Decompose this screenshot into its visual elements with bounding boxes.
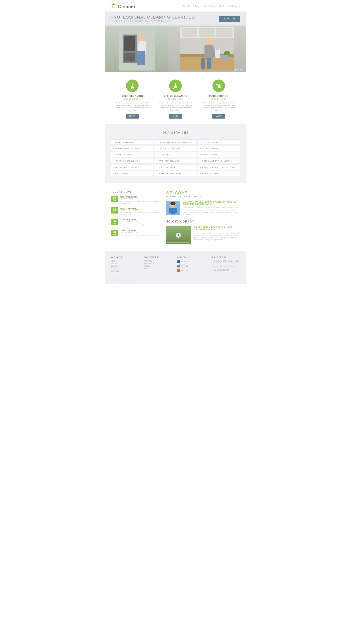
service-food-processing[interactable]: › FOOD PROCESSING PLANT CLEANING xyxy=(154,140,197,145)
service-label: FOOD PROCESSING PLANT CLEANING xyxy=(159,141,192,143)
video-thumbnail[interactable] xyxy=(166,226,191,244)
maid-service-more-button[interactable]: MORE xyxy=(212,114,225,118)
hero-image-right xyxy=(168,26,246,72)
service-rug[interactable]: › RUG CLEANING xyxy=(111,171,153,176)
footer-brand: Cleaner xyxy=(111,279,116,281)
play-button[interactable] xyxy=(176,232,181,238)
footer-nav-contacts[interactable]: CONTACTS xyxy=(111,270,140,272)
footer-news[interactable]: NEWS xyxy=(144,268,174,270)
news-date-1: 23 MAR xyxy=(111,196,118,202)
footer-typography[interactable]: TYPOGRAPHY xyxy=(144,263,174,264)
nav-services[interactable]: SERVICES xyxy=(204,5,215,7)
how-it-works: HOW IT WORKS? DIA SED INENIA INGERT LOT … xyxy=(166,220,240,244)
service-end-of-tenancy[interactable]: › END OF TENANCY CLEANING xyxy=(111,146,153,151)
service-label: LABORATORY CLEANING xyxy=(159,148,180,149)
service-retail[interactable]: › RETAIL CLEANING xyxy=(198,146,240,151)
twitter-icon: t xyxy=(177,264,180,268)
hero-text: PROFESSIONAL CLEANING SERVICES LOREM IPS… xyxy=(111,15,195,22)
how-it-works-title: HOW IT WORKS? xyxy=(166,220,240,223)
how-body-text: Lorem enim ipsum vitupilletm eu cu amet … xyxy=(193,232,240,241)
service-after-builders[interactable]: › AFTER BUILDERS CLEANING xyxy=(111,158,153,164)
service-public-sector[interactable]: › PUBLIC SECTOR CLEANING xyxy=(154,171,197,176)
service-domestic-cleaning[interactable]: › DOMESTIC CLEANING xyxy=(111,140,153,145)
footer-nav-blog[interactable]: BLOG xyxy=(111,268,140,270)
news-subtitle-4: LOREM IPSUM DOLORE xyxy=(120,232,160,233)
welcome-section: WELCOME TO OUR CLEANING COMPANY MES CUML… xyxy=(166,190,240,244)
recent-news-title: RECENT NEWS xyxy=(111,190,160,193)
slider-dots xyxy=(234,69,242,70)
office-cleaning-title: OFFICE CLEANING xyxy=(158,94,193,97)
news-day-2: 24 xyxy=(111,208,117,211)
slider-dot-2[interactable] xyxy=(237,69,239,70)
how-inner: DIA SED INENIA INGERT LOT ALIIQTE DOLORE… xyxy=(166,226,240,244)
service-office-cleaning[interactable]: › OFFICE CLEANING xyxy=(198,140,240,145)
nav-blog[interactable]: BLOG xyxy=(219,5,225,7)
social-rss[interactable]: R RSS FEED xyxy=(177,269,207,273)
footer-nav-services[interactable]: SERVICES xyxy=(111,265,140,267)
service-label: AFTER PARTY CLEANING xyxy=(115,166,137,168)
spray-icon xyxy=(215,82,222,89)
footer-nav-home[interactable]: HOME xyxy=(111,260,140,262)
service-one-off[interactable]: › ONE OFF CLEANING xyxy=(111,152,153,157)
footer-gallery[interactable]: GALLERY xyxy=(144,265,174,267)
social-twitter[interactable]: t TW PAGE xyxy=(177,264,207,268)
arrow-icon: › xyxy=(200,172,201,174)
service-graffiti[interactable]: › GRAFFITI REMOVAL xyxy=(154,164,197,170)
service-after-party[interactable]: › AFTER PARTY CLEANING xyxy=(111,164,153,170)
twitter-label: TW PAGE xyxy=(181,265,188,267)
svg-rect-12 xyxy=(137,51,141,65)
office-cleaning-more-button[interactable]: MORE xyxy=(169,114,182,118)
service-label: END OF TENANCY CLEANING xyxy=(115,148,140,149)
footer-features[interactable]: FEATURES xyxy=(144,260,174,262)
svg-rect-9 xyxy=(124,52,135,62)
service-hotel[interactable]: › HOTEL CLEANING xyxy=(198,152,240,157)
arrow-icon: › xyxy=(200,147,201,149)
service-label: ONE OFF CLEANING xyxy=(115,154,133,156)
nav-about[interactable]: ABOUT xyxy=(193,5,201,7)
svg-rect-43 xyxy=(169,208,172,213)
how-text: DIA SED INENIA INGERT LOT ALIIQTE DOLORE… xyxy=(193,226,240,244)
read-more-button[interactable]: READ MORE xyxy=(219,16,240,22)
header: CLEANING COMPANY Cleaner HOME ABOUT SERV… xyxy=(105,0,246,12)
news-item-2: 24 MAR DONEC FACILISI ULET LOREM IPSUM D… xyxy=(111,207,160,216)
service-label: OFFICE CLEANING xyxy=(202,141,218,143)
service-hospital[interactable]: › HOSPITAL CLEANING xyxy=(198,171,240,176)
nav-home[interactable]: HOME xyxy=(183,5,190,7)
arrow-icon: › xyxy=(200,160,201,162)
social-facebook[interactable]: f FACE PAGE xyxy=(177,260,207,264)
svg-rect-36 xyxy=(218,85,220,88)
svg-rect-26 xyxy=(215,49,220,58)
news-title-3: DONEC FACILISI ULET xyxy=(120,218,160,220)
footer-follow-us: FOLLOW US f FACE PAGE t TW PAGE R RSS FE… xyxy=(177,256,207,274)
service-label: CARPET AND UPHOLSTERY CLEANING xyxy=(202,166,235,168)
arrow-icon: › xyxy=(113,141,114,143)
office-cleaning-card: OFFICE CLEANING DOLORE IPSUM Tincidunt d… xyxy=(158,80,193,118)
slider-dot-3[interactable] xyxy=(240,69,242,70)
maid-service-card: MAID SERVICE DOLORE IPSUM Tincidunt dolo… xyxy=(201,80,237,118)
news-date-2: 24 MAR xyxy=(111,207,118,214)
logo-text: CLEANING COMPANY Cleaner xyxy=(118,2,136,9)
service-it-cleaning[interactable]: › IT CLEANING xyxy=(154,152,197,157)
service-kitchen-canteen[interactable]: › KITCHEN AND CANTEEN CLEANING xyxy=(198,158,240,164)
service-label: HOSPITAL CLEANING xyxy=(202,173,220,174)
svg-point-38 xyxy=(216,84,217,85)
news-title-2: DONEC FACILISI ULET xyxy=(120,207,160,209)
news-day-3: 25 xyxy=(111,220,117,222)
service-carpet-upholstery[interactable]: › CARPET AND UPHOLSTERY CLEANING xyxy=(198,164,240,170)
service-label: TRANSPORT CLEANING xyxy=(159,160,179,162)
maid-service-text: Tincidunt dolor nunc wue putate ue ips d… xyxy=(201,102,237,112)
nav-contacts[interactable]: CONTACTS xyxy=(228,5,240,7)
service-transport[interactable]: › TRANSPORT CLEANING xyxy=(154,158,197,164)
hero-right-illustration xyxy=(180,27,234,70)
news-title-1: DONEC FACILISI ULET xyxy=(120,196,160,198)
hero-image-left xyxy=(105,26,168,72)
arrow-icon: › xyxy=(200,166,201,168)
footer-nav-about[interactable]: ABOUT xyxy=(111,263,140,264)
service-laboratory[interactable]: › LABORATORY CLEANING xyxy=(154,146,197,151)
footer-members: FOR MEMBERS FEATURES TYPOGRAPHY GALLERY … xyxy=(144,256,174,274)
slider-dot-1[interactable] xyxy=(234,69,236,70)
deep-cleaning-more-button[interactable]: MORE xyxy=(126,114,139,118)
news-subtitle-1: LOREM IPSUM DOLORE xyxy=(120,198,160,200)
person-cleaning-icon xyxy=(172,82,179,89)
svg-rect-44 xyxy=(174,208,177,213)
